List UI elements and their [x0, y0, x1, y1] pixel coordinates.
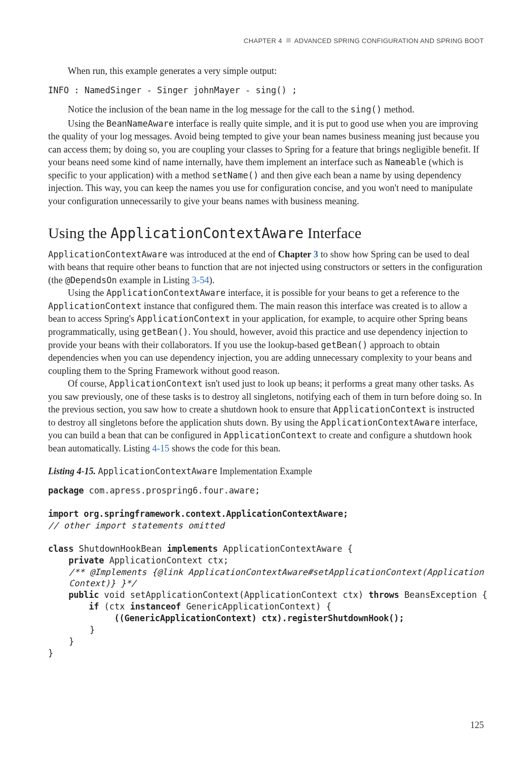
code-block-listing: package com.apress.prospring6.four.aware…	[48, 485, 484, 659]
paragraph: ApplicationContextAware was introduced a…	[48, 248, 484, 287]
listing-link[interactable]: 3-54	[192, 275, 209, 285]
chapter-title: ADVANCED SPRING CONFIGURATION AND SPRING…	[294, 37, 484, 45]
paragraph: Using the BeanNameAware interface is rea…	[48, 118, 484, 208]
code-block-output: INFO : NamedSinger - Singer johnMayer - …	[48, 85, 484, 96]
paragraph: Notice the inclusion of the bean name in…	[48, 103, 484, 117]
paragraph: Using the ApplicationContextAware interf…	[48, 287, 484, 377]
running-header: CHAPTER 4 ADVANCED SPRING CONFIGURATION …	[48, 36, 484, 46]
section-heading: Using the ApplicationContextAware Interf…	[48, 222, 484, 243]
chapter-label: CHAPTER 4	[244, 37, 282, 45]
page-number: 125	[470, 719, 484, 732]
chapter-link[interactable]: 3	[314, 249, 318, 259]
listing-caption: Listing 4-15. ApplicationContextAware Im…	[48, 465, 484, 478]
page: CHAPTER 4 ADVANCED SPRING CONFIGURATION …	[0, 0, 532, 760]
paragraph: When run, this example generates a very …	[48, 65, 484, 78]
paragraph: Of course, ApplicationContext isn't used…	[48, 377, 484, 455]
listing-link[interactable]: 4-15	[152, 443, 169, 453]
header-separator-icon	[286, 38, 291, 43]
